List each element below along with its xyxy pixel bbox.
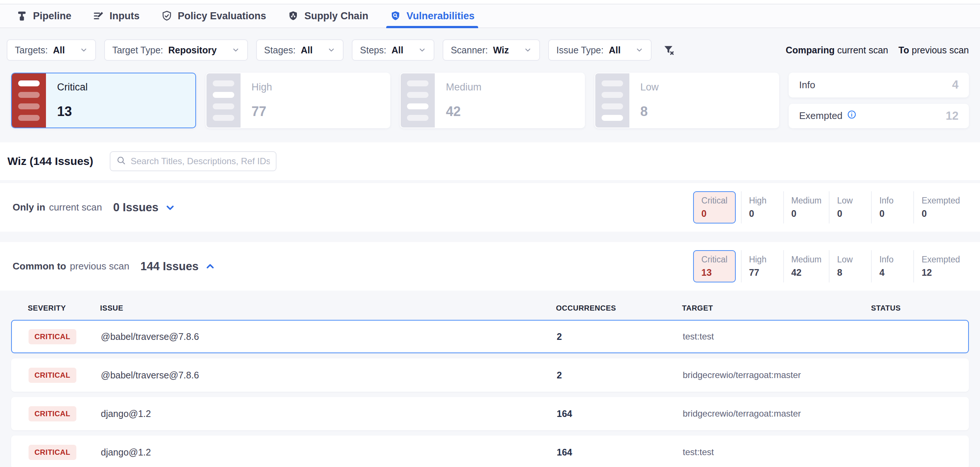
- counter-label: Low: [837, 255, 864, 265]
- filter-target-type[interactable]: Target Type: Repository: [104, 39, 248, 61]
- filter-stages-value: All: [301, 45, 312, 56]
- counter-exempted[interactable]: Exempted 0: [913, 191, 967, 224]
- exempted-card-count: 12: [946, 110, 958, 123]
- table-row[interactable]: CRITICAL @babel/traverse@7.8.6 2 test:te…: [11, 320, 969, 353]
- severity-card-medium[interactable]: Medium 42: [400, 73, 585, 128]
- column-header-issue: ISSUE: [100, 304, 556, 313]
- counter-label: High: [749, 255, 776, 265]
- tab-supply-chain-label: Supply Chain: [304, 10, 368, 22]
- comparing-bold: Comparing: [786, 45, 835, 55]
- comparing-to: To: [899, 45, 909, 55]
- severity-cards-row: Critical 13 High 77 Medium 42 Low 8 I: [0, 70, 980, 128]
- table-row[interactable]: CRITICAL django@1.2 164 bridgecrewio/ter…: [11, 397, 969, 430]
- counter-low[interactable]: Low 8: [829, 250, 871, 283]
- filter-steps[interactable]: Steps: All: [352, 39, 434, 61]
- severity-card-count: 77: [252, 104, 379, 119]
- counter-high[interactable]: High 0: [741, 191, 783, 224]
- comparing-current: current scan: [837, 45, 888, 55]
- severity-card-count: 42: [446, 104, 573, 119]
- issues-table: SEVERITY ISSUE OCCURRENCES TARGET STATUS…: [0, 292, 980, 467]
- counter-label: Critical: [701, 255, 727, 265]
- supply-chain-shield-icon: [288, 10, 299, 22]
- counter-label: High: [749, 196, 776, 206]
- counter-count: 77: [749, 267, 776, 278]
- filter-steps-value: All: [391, 45, 403, 56]
- filter-bar: Targets: All Target Type: Repository Sta…: [0, 28, 980, 70]
- filter-scanner[interactable]: Scanner: Wiz: [442, 39, 540, 61]
- counter-low[interactable]: Low 0: [829, 191, 871, 224]
- info-card-count: 4: [952, 78, 958, 92]
- group-issue-count: 144 Issues: [140, 260, 199, 273]
- severity-card-exempted[interactable]: Exempted 12: [789, 104, 969, 129]
- group-issue-count: 0 Issues: [113, 201, 158, 214]
- counter-critical[interactable]: Critical 0: [693, 191, 735, 224]
- severity-card-count: 13: [57, 104, 184, 119]
- tab-inputs[interactable]: Inputs: [91, 5, 142, 27]
- counter-info[interactable]: Info 0: [871, 191, 913, 224]
- severity-card-label: High: [252, 81, 379, 93]
- column-header-severity: SEVERITY: [28, 304, 100, 313]
- occurrences-cell: 2: [557, 331, 683, 342]
- exempted-card-label: Exempted: [799, 110, 843, 122]
- vulnerability-shield-icon: [390, 10, 401, 22]
- search-input[interactable]: [131, 156, 270, 167]
- tab-pipeline[interactable]: Pipeline: [14, 5, 74, 27]
- counter-count: 0: [837, 208, 864, 219]
- info-icon[interactable]: [847, 110, 857, 122]
- issues-search[interactable]: [110, 151, 277, 171]
- counter-count: 0: [791, 208, 822, 219]
- counter-medium[interactable]: Medium 0: [783, 191, 829, 224]
- occurrences-cell: 164: [557, 408, 683, 419]
- filter-targets[interactable]: Targets: All: [7, 39, 96, 61]
- tab-vulnerabilities[interactable]: Vulnerabilities: [388, 5, 477, 27]
- severity-card-high[interactable]: High 77: [206, 73, 391, 128]
- comparing-previous: previous scan: [912, 45, 969, 55]
- group-title-bold: Only in: [13, 202, 45, 213]
- severity-card-low[interactable]: Low 8: [595, 73, 780, 128]
- chevron-up-icon[interactable]: [205, 261, 216, 272]
- table-row[interactable]: CRITICAL @babel/traverse@7.8.6 2 bridgec…: [11, 358, 969, 392]
- tab-policy-evaluations[interactable]: Policy Evaluations: [159, 5, 269, 27]
- filter-steps-label: Steps:: [360, 45, 386, 56]
- tab-pipeline-label: Pipeline: [33, 10, 72, 22]
- column-header-status: STATUS: [871, 304, 952, 313]
- group-title-text: current scan: [49, 202, 102, 213]
- counter-medium[interactable]: Medium 42: [783, 250, 829, 283]
- counter-count: 4: [879, 267, 906, 278]
- counter-critical[interactable]: Critical 13: [693, 250, 735, 283]
- occurrences-cell: 2: [557, 370, 683, 381]
- window-top-strip: [0, 0, 980, 5]
- comparing-label: Comparing current scan To previous scan: [786, 45, 969, 56]
- counter-high[interactable]: High 77: [741, 250, 783, 283]
- severity-card-info[interactable]: Info 4: [789, 73, 969, 97]
- table-row[interactable]: CRITICAL django@1.2 164 test:test: [11, 435, 969, 467]
- chevron-down-icon[interactable]: [165, 202, 176, 213]
- filter-issue-type[interactable]: Issue Type: All: [548, 39, 652, 61]
- group-only-in-current-scan: Only in current scan 0 Issues Critical 0…: [0, 183, 980, 232]
- issue-cell: django@1.2: [101, 408, 557, 419]
- severity-badge: CRITICAL: [29, 368, 76, 383]
- chevron-down-icon: [524, 46, 532, 54]
- chevron-down-icon: [418, 46, 426, 54]
- counter-exempted[interactable]: Exempted 12: [913, 250, 967, 283]
- group-severity-counters: Critical 13 High 77 Medium 42 Low 8 Info…: [693, 250, 967, 283]
- filter-stages[interactable]: Stages: All: [256, 39, 344, 61]
- filter-scanner-value: Wiz: [493, 45, 509, 56]
- counter-count: 0: [701, 208, 727, 219]
- severity-badge: CRITICAL: [29, 445, 76, 460]
- tab-supply-chain[interactable]: Supply Chain: [285, 5, 371, 27]
- severity-card-count: 8: [641, 104, 768, 119]
- clear-filters-icon[interactable]: [663, 44, 675, 56]
- severity-card-label: Low: [641, 81, 768, 93]
- counter-label: Medium: [791, 255, 822, 265]
- counter-count: 8: [837, 267, 864, 278]
- chevron-down-icon: [80, 46, 88, 54]
- filter-issue-type-value: All: [609, 45, 620, 56]
- severity-badge: CRITICAL: [29, 329, 76, 344]
- policy-shield-icon: [161, 10, 172, 22]
- counter-info[interactable]: Info 4: [871, 250, 913, 283]
- group-common-to-previous-scan: Common to previous scan 144 Issues Criti…: [0, 242, 980, 291]
- filter-targets-value: All: [53, 45, 65, 56]
- severity-card-critical[interactable]: Critical 13: [11, 73, 196, 128]
- target-cell: bridgecrewio/terragoat:master: [683, 370, 872, 380]
